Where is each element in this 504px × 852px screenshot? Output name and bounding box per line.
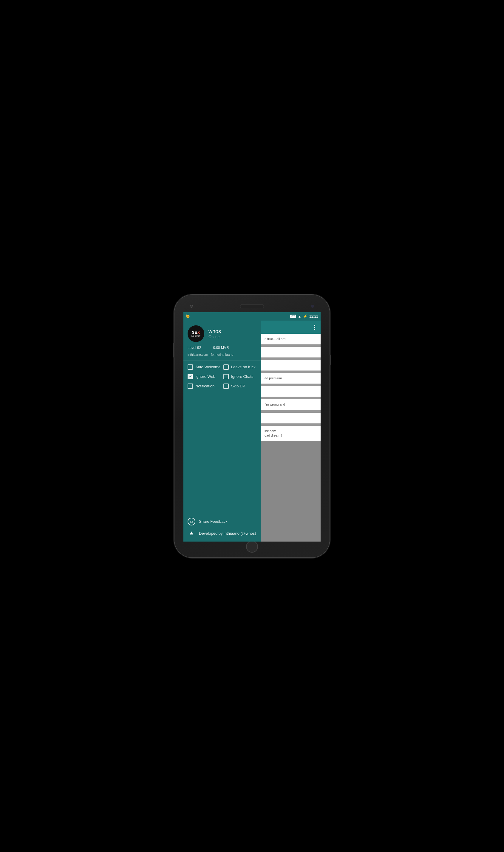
checkbox-ignore-chats[interactable] (223, 374, 229, 379)
mvr-label: 0.00 MVR (213, 346, 229, 350)
drawer-spacer (183, 389, 261, 513)
checkbox-notification[interactable] (187, 383, 193, 389)
chat-area: ⋮ e true....all are ee premium I'm wron (261, 321, 321, 542)
smiley-icon: ☺ (187, 518, 195, 525)
drawer-divider (183, 361, 261, 361)
phone-bottom-bar (246, 542, 258, 552)
star-icon: ★ (187, 530, 195, 538)
chat-item (261, 413, 321, 423)
avatar-text: SE (192, 330, 197, 334)
drawer-profile: SE X ADDICT whos Online (183, 321, 261, 346)
chat-item (261, 386, 321, 397)
chat-divider (261, 371, 321, 373)
option-ignore-web[interactable]: Ignore Web (187, 374, 221, 379)
phone-top-bar (178, 300, 326, 312)
battery-icon: ⚡ (303, 314, 307, 319)
drawer-meta: Level 92 0.00 MVR (183, 346, 261, 353)
avatar-x: X (197, 330, 200, 334)
app-notification-icon: 🐱 (186, 314, 190, 318)
option-auto-welcome-label: Auto Welcome (195, 365, 220, 369)
proximity-sensor (311, 305, 314, 308)
power-button (329, 355, 331, 365)
chat-text: ink how ioad dream ! (265, 429, 282, 437)
profile-info: whos Online (209, 328, 257, 339)
chat-item: ink how ioad dream ! (261, 426, 321, 441)
chat-item: e true....all are (261, 334, 321, 344)
chat-divider (261, 344, 321, 347)
home-button[interactable] (246, 541, 258, 552)
option-leave-on-kick-label: Leave on Kick (231, 365, 256, 369)
chat-item (261, 360, 321, 371)
chat-divider (261, 384, 321, 386)
chat-text: ee premium (265, 376, 282, 380)
profile-name: whos (209, 328, 257, 334)
drawer-options: Auto Welcome Leave on Kick Ignore Web Ig… (183, 364, 261, 389)
lte-badge: LTE (290, 314, 296, 318)
earpiece-speaker (240, 304, 264, 308)
chat-text: e true....all are (265, 337, 285, 341)
status-right: LTE ▲ ⚡ 12:21 (290, 314, 318, 319)
chat-divider (261, 397, 321, 399)
avatar: SE X ADDICT (187, 325, 204, 342)
checkbox-leave-on-kick[interactable] (223, 364, 229, 370)
level-label: Level 92 (187, 346, 201, 350)
front-camera (190, 305, 193, 308)
chat-divider (261, 423, 321, 426)
chat-divider (261, 358, 321, 360)
drawer-footer: ☺ Share Feedback ★ Developed by inthiaan… (183, 513, 261, 542)
avatar-subtext: ADDICT (191, 335, 201, 337)
option-auto-welcome[interactable]: Auto Welcome (187, 364, 221, 370)
phone-screen: 🐱 LTE ▲ ⚡ 12:21 SE X ADDICT w (183, 312, 321, 542)
volume-button (173, 343, 175, 358)
option-leave-on-kick[interactable]: Leave on Kick (223, 364, 257, 370)
chat-item: ee premium (261, 373, 321, 384)
option-ignore-chats-label: Ignore Chats (231, 374, 253, 379)
chat-divider (261, 410, 321, 413)
share-feedback-item[interactable]: ☺ Share Feedback (187, 518, 257, 525)
more-options-icon[interactable]: ⋮ (312, 324, 318, 331)
developer-label: Developed by inthiaano (@whos) (199, 531, 256, 536)
share-feedback-label: Share Feedback (199, 519, 227, 524)
drawer-link: inthiaano.com - fb.me/inthiaano (183, 353, 261, 361)
chat-text: I'm wrong and (265, 403, 285, 406)
checkbox-ignore-web[interactable] (187, 374, 193, 379)
status-left: 🐱 (186, 314, 190, 318)
option-ignore-chats[interactable]: Ignore Chats (223, 374, 257, 379)
navigation-drawer: SE X ADDICT whos Online Level 92 0.00 MV… (183, 312, 261, 542)
option-ignore-web-label: Ignore Web (195, 374, 215, 379)
option-skip-dp-label: Skip DP (231, 384, 245, 388)
option-skip-dp[interactable]: Skip DP (223, 383, 257, 389)
option-notification[interactable]: Notification (187, 383, 221, 389)
chat-header: ⋮ (261, 321, 321, 334)
chat-item: I'm wrong and (261, 399, 321, 410)
chat-item (261, 347, 321, 358)
status-bar: 🐱 LTE ▲ ⚡ 12:21 (183, 312, 321, 321)
chat-list: e true....all are ee premium I'm wrong a… (261, 334, 321, 542)
clock: 12:21 (309, 314, 318, 319)
signal-icon: ▲ (298, 314, 301, 318)
option-notification-label: Notification (195, 384, 214, 388)
phone-device: 🐱 LTE ▲ ⚡ 12:21 SE X ADDICT w (175, 295, 329, 557)
developer-item[interactable]: ★ Developed by inthiaano (@whos) (187, 530, 257, 538)
profile-status: Online (209, 334, 257, 339)
checkbox-auto-welcome[interactable] (187, 364, 193, 370)
checkbox-skip-dp[interactable] (223, 383, 229, 389)
